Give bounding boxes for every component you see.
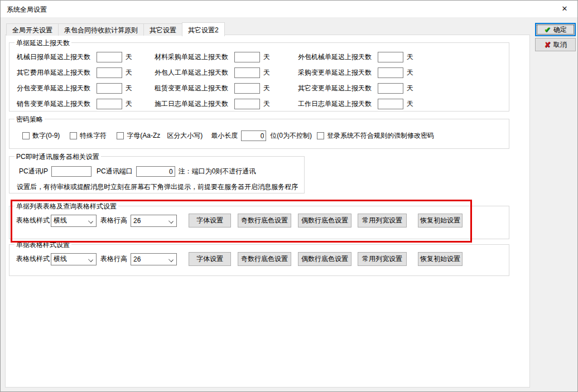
group-password-policy: 密码策略 数字(0-9) 特殊字符 字母(Aa-Zz 区分大小写) 最小长度 位… <box>9 119 509 149</box>
delay-row: 销售变更单延迟上报天数 天 施工日志单延迟上报天数 天 工作日志单延迟上报天数 … <box>17 98 413 109</box>
delay-days-input[interactable] <box>378 52 403 62</box>
delay-label: 外包机械单延迟上报天数 <box>298 52 378 62</box>
checkbox-label: 字母(Aa-Zz 区分大小写) <box>127 131 203 141</box>
group-title: 单据延迟上报天数 <box>15 38 71 48</box>
delay-days-input[interactable] <box>97 67 122 78</box>
ok-button[interactable]: ✔ 确定 <box>535 23 576 36</box>
tab-other-settings[interactable]: 其它设置 <box>143 23 182 36</box>
dialog-title: 系统全局设置 <box>7 5 47 14</box>
delay-cell: 其它费用单延迟上报天数 天 <box>17 67 155 78</box>
unit-label: 天 <box>126 84 132 93</box>
delay-days-input[interactable] <box>234 83 260 94</box>
delay-label: 材料采购单延迟上报天数 <box>155 52 234 62</box>
checkbox-box[interactable] <box>22 132 30 139</box>
unit-label: 天 <box>126 68 132 78</box>
checkbox-label: 登录系统不符合规则的强制修改密码 <box>327 131 434 141</box>
pc-ip-label: PC通讯IP <box>19 167 48 176</box>
delay-label: 销售变更单延迟上报天数 <box>17 99 97 109</box>
pc-port-input[interactable] <box>136 166 175 177</box>
row-height-select[interactable]: 26 <box>131 253 177 265</box>
checkbox-box[interactable] <box>117 132 124 139</box>
delay-days-input[interactable] <box>97 99 122 109</box>
delay-cell: 租赁变更单延迟上报天数 天 <box>155 83 298 94</box>
delay-cell: 其它变更单延迟上报天数 天 <box>298 83 413 94</box>
unit-label: 天 <box>263 52 270 62</box>
delay-cell: 材料采购单延迟上报天数 天 <box>155 52 298 62</box>
delay-label: 施工日志单延迟上报天数 <box>155 99 234 109</box>
delay-row: 分包变更单延迟上报天数 天 租赁变更单延迟上报天数 天 其它变更单延迟上报天数 … <box>17 83 413 94</box>
selected-value: 26 <box>133 255 141 263</box>
delay-label: 其它变更单延迟上报天数 <box>298 84 378 93</box>
checkbox-label: 特殊字符 <box>80 131 107 141</box>
tab-contract-receivable-rules[interactable]: 承包合同待收款计算原则 <box>58 23 144 36</box>
cancel-button-label: 取消 <box>553 40 567 50</box>
delay-cell: 分包变更单延迟上报天数 天 <box>17 83 155 94</box>
column-width-button[interactable]: 常用列宽设置 <box>358 252 407 266</box>
delay-label: 工作日志单延迟上报天数 <box>298 99 378 109</box>
checkbox-letters-case[interactable]: 字母(Aa-Zz 区分大小写) <box>117 131 203 141</box>
tab-global-switch-settings[interactable]: 全局开关设置 <box>6 23 59 36</box>
cancel-button[interactable]: ✘ 取消 <box>535 38 576 51</box>
unit-label: 天 <box>126 99 132 109</box>
chevron-down-icon <box>88 257 93 262</box>
delay-row: 机械日报单延迟上报天数 天 材料采购单延迟上报天数 天 外包机械单延迟上报天数 … <box>17 51 413 62</box>
delay-days-input[interactable] <box>378 99 403 109</box>
title-bar: 系统全局设置 ✕ <box>1 1 577 17</box>
cross-icon: ✘ <box>544 41 551 49</box>
delay-cell: 外包人工单延迟上报天数 天 <box>155 67 298 78</box>
pc-ip-input[interactable] <box>51 166 91 177</box>
delay-days-input[interactable] <box>378 67 403 78</box>
im-server-row: PC通讯IP PC通讯端口 注：端口为0则不进行通讯 <box>19 166 256 177</box>
min-length-input[interactable] <box>241 130 266 141</box>
group-delay-report-days: 单据延迟上报天数 机械日报单延迟上报天数 天 材料采购单延迟上报天数 天 外包机… <box>9 42 509 112</box>
delay-label: 机械日报单延迟上报天数 <box>17 52 97 62</box>
delay-cell: 采购变更单延迟上报天数 天 <box>298 67 413 78</box>
unit-label: 天 <box>263 68 270 78</box>
restore-defaults-button[interactable]: 恢复初始设置 <box>418 252 463 266</box>
checkbox-box[interactable] <box>317 132 324 139</box>
unit-label: 天 <box>407 99 413 109</box>
odd-row-color-button[interactable]: 奇数行底色设置 <box>238 252 291 266</box>
delay-days-input[interactable] <box>234 67 260 78</box>
selected-value: 横线 <box>54 254 67 264</box>
tab-other-settings-2[interactable]: 其它设置2 <box>182 22 225 36</box>
unit-label: 天 <box>407 52 413 62</box>
delay-cell: 工作日志单延迟上报天数 天 <box>298 99 413 109</box>
unit-label: 天 <box>407 68 413 78</box>
unit-label: 天 <box>407 84 413 93</box>
delay-label: 租赁变更单延迟上报天数 <box>155 84 234 93</box>
delay-days-input[interactable] <box>97 83 122 94</box>
port-note: 注：端口为0则不进行通讯 <box>179 167 256 176</box>
im-server-description: 设置后，有待审核或提醒消息时立刻在屏幕右下角弹出提示，前提要在服务器开启消息服务… <box>17 182 298 192</box>
check-icon: ✔ <box>544 26 551 33</box>
tab-strip: 全局开关设置 承包合同待收款计算原则 其它设置 其它设置2 <box>6 22 224 36</box>
group-title: PC即时通讯服务器相关设置 <box>15 152 101 162</box>
delay-label: 外包人工单延迟上报天数 <box>155 68 234 78</box>
delay-label: 分包变更单延迟上报天数 <box>17 84 97 93</box>
font-settings-button[interactable]: 字体设置 <box>189 252 231 266</box>
checkbox-digits[interactable]: 数字(0-9) <box>22 131 60 141</box>
checkbox-special-chars[interactable]: 特殊字符 <box>70 131 107 141</box>
ok-button-label: 确定 <box>553 25 567 35</box>
min-length-suffix: 位(0为不控制) <box>270 131 312 141</box>
system-global-settings-dialog: 系统全局设置 ✕ 全局开关设置 承包合同待收款计算原则 其它设置 其它设置2 单… <box>0 0 578 392</box>
delay-cell: 施工日志单延迟上报天数 天 <box>155 99 298 109</box>
tab-page-other-settings-2: 单据延迟上报天数 机械日报单延迟上报天数 天 材料采购单延迟上报天数 天 外包机… <box>5 35 530 388</box>
delay-row: 其它费用单延迟上报天数 天 外包人工单延迟上报天数 天 采购变更单延迟上报天数 … <box>17 67 413 78</box>
delay-days-input[interactable] <box>97 52 122 62</box>
row-height-label: 表格行高 <box>100 254 127 264</box>
group-title: 密码策略 <box>15 115 45 124</box>
delay-cell: 销售变更单延迟上报天数 天 <box>17 99 155 109</box>
delay-days-input[interactable] <box>234 99 260 109</box>
unit-label: 天 <box>126 52 132 62</box>
checkbox-force-password-change[interactable]: 登录系统不符合规则的强制修改密码 <box>317 131 434 141</box>
line-style-select[interactable]: 横线 <box>51 253 97 265</box>
close-icon[interactable]: ✕ <box>552 1 577 17</box>
chevron-down-icon <box>168 257 174 262</box>
checkbox-box[interactable] <box>70 132 77 139</box>
even-row-color-button[interactable]: 偶数行底色设置 <box>298 252 351 266</box>
delay-days-input[interactable] <box>234 52 260 62</box>
unit-label: 天 <box>263 84 270 93</box>
delay-days-input[interactable] <box>378 83 403 94</box>
group-pc-im-server: PC即时通讯服务器相关设置 PC通讯IP PC通讯端口 注：端口为0则不进行通讯… <box>9 156 305 193</box>
